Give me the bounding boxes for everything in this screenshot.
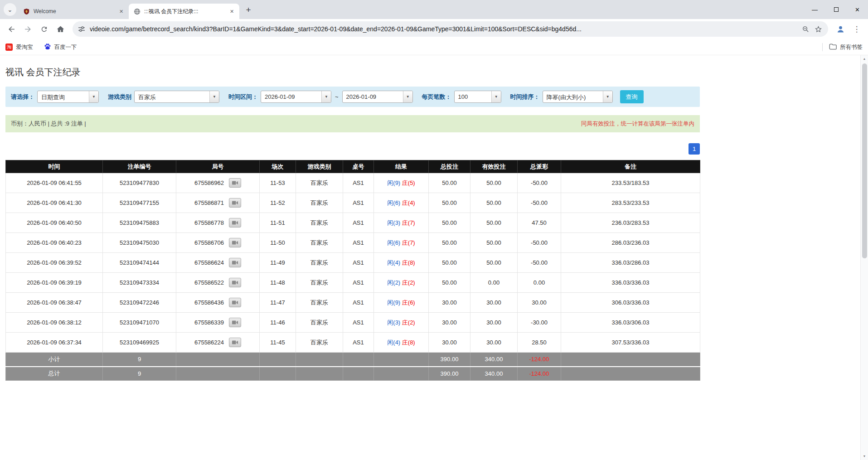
chevron-down-icon[interactable]: ▼ [603,91,612,102]
globe-icon [133,8,141,15]
back-button[interactable] [4,21,19,37]
cell-result: 闲(6) 庄(4) [374,193,429,213]
chevron-down-icon[interactable]: ▼ [209,91,219,102]
url-text: videoie.com/game/betrecord_search/kind3?… [90,25,797,33]
tab-close-icon[interactable]: ✕ [117,8,125,15]
page-1-button[interactable]: 1 [689,143,700,155]
cell-time: 2026-01-09 06:40:23 [6,233,103,253]
minimize-button[interactable]: — [804,0,825,19]
video-replay-button[interactable] [229,178,241,188]
scroll-down-icon[interactable]: ▼ [863,453,866,460]
close-button[interactable]: ✕ [847,0,868,19]
bookmark-baidu[interactable]: 百度一下 [44,43,77,52]
game-type-select[interactable]: 百家乐 ▼ [134,91,219,103]
query-type-select[interactable]: 日期查询 ▼ [37,91,99,103]
col-session: 场次 [260,160,296,173]
search-button[interactable]: 查询 [620,90,644,103]
sort-select[interactable]: 降幂(由大到小) ▼ [543,91,613,103]
cell-total-bet: 30.00 [429,333,470,353]
page-content: 视讯 会员下注纪录 请选择： 日期查询 ▼ 游戏类别 百家乐 ▼ 时间区间： 2… [0,55,868,381]
all-bookmarks-button[interactable]: 所有书签 [829,44,863,51]
bookmark-aitaobao[interactable]: 淘 爱淘宝 [5,44,33,51]
summary-note: 同局有效投注，统一计算在该局第一张注单内 [581,120,694,128]
video-camera-icon [232,200,238,205]
col-game-type: 游戏类别 [296,160,343,173]
per-page-select[interactable]: 100 ▼ [454,91,501,103]
page-scrollbar[interactable]: ▲ ▼ [860,55,868,460]
filter-bar: 请选择： 日期查询 ▼ 游戏类别 百家乐 ▼ 时间区间： 2026-01-09 … [5,87,700,107]
chevron-down-icon[interactable]: ▼ [403,91,412,102]
col-payout: 总派彩 [518,160,561,173]
cell-note: 307.53/336.03 [561,333,700,353]
cell-payout: 28.50 [518,333,561,353]
video-replay-button[interactable] [229,258,241,267]
bet-row: 2026-01-09 06:40:50523109475883675586778… [6,213,700,233]
cell-time: 2026-01-09 06:38:12 [6,313,103,333]
total-payout: -124.00 [518,367,561,381]
chevron-down-icon[interactable]: ▼ [491,91,501,102]
cell-session: 11-46 [260,313,296,333]
scrollbar-thumb[interactable] [862,63,867,258]
bookmark-label: 百度一下 [54,44,77,51]
col-valid-bet: 有效投注 [470,160,518,173]
kebab-menu-icon: ⋮ [853,24,861,34]
pagination: 1 [5,143,700,155]
home-icon [56,25,65,34]
address-bar[interactable]: videoie.com/game/betrecord_search/kind3?… [73,21,828,37]
bet-row: 2026-01-09 06:40:23523109475030675586706… [6,233,700,253]
cell-bet-id: 523109474144 [103,253,176,273]
video-replay-button[interactable] [229,198,241,208]
tab-search-button[interactable]: ⌄ [4,3,16,16]
col-total-bet: 总投注 [429,160,470,173]
welcome-favicon-icon [23,8,30,15]
cell-round: 675586339 [176,313,260,333]
chevron-down-icon[interactable]: ▼ [321,91,331,102]
subtotal-payout: -124.00 [518,353,561,367]
total-label: 总计 [6,367,103,381]
cell-note: 336.03/306.03 [561,313,700,333]
cell-time: 2026-01-09 06:39:19 [6,273,103,293]
bet-row: 2026-01-09 06:41:30523109477155675586871… [6,193,700,213]
cell-payout: -50.00 [518,253,561,273]
profile-button[interactable] [833,21,848,37]
video-replay-button[interactable] [229,218,241,228]
tab-betrecord[interactable]: :::视讯 会员下注纪录::: ✕ [129,4,239,19]
cell-game-type: 百家乐 [296,193,343,213]
maximize-button[interactable] [825,0,847,19]
cell-note: 336.03/336.03 [561,273,700,293]
cell-result: 闲(3) 庄(2) [374,313,429,333]
cell-table: AS1 [343,193,374,213]
tab-strip: ⌄ Welcome ✕ :::视讯 会员下注纪录::: ✕ + — ✕ [0,0,868,19]
cell-table: AS1 [343,313,374,333]
tab-close-icon[interactable]: ✕ [228,8,236,15]
cell-table: AS1 [343,233,374,253]
cell-note: 283.53/233.53 [561,193,700,213]
zoom-icon[interactable] [802,25,810,33]
video-replay-button[interactable] [229,318,241,327]
scroll-up-icon[interactable]: ▲ [863,55,866,63]
menu-button[interactable]: ⋮ [849,21,864,37]
cell-payout: -50.00 [518,173,561,193]
video-replay-button[interactable] [229,338,241,347]
forward-button[interactable] [20,21,35,37]
video-replay-button[interactable] [229,278,241,287]
bookmark-star-icon[interactable] [814,25,823,34]
video-replay-button[interactable] [229,298,241,307]
video-camera-icon [232,260,238,265]
cell-valid-bet: 50.00 [470,253,518,273]
tab-welcome[interactable]: Welcome ✕ [18,4,129,19]
video-camera-icon [232,300,238,305]
cell-table: AS1 [343,173,374,193]
chevron-down-icon: ⌄ [8,6,13,13]
cell-valid-bet: 50.00 [470,233,518,253]
all-bookmarks-label: 所有书签 [840,44,863,51]
bookmarks-bar: 淘 爱淘宝 百度一下 所有书签 [0,39,868,55]
sort-label: 时间排序： [510,93,540,101]
new-tab-button[interactable]: + [242,4,255,16]
date-end-select[interactable]: 2026-01-09 ▼ [342,91,413,103]
home-button[interactable] [53,21,68,37]
refresh-button[interactable] [36,21,52,37]
date-start-select[interactable]: 2026-01-09 ▼ [261,91,331,103]
video-replay-button[interactable] [229,238,241,247]
chevron-down-icon[interactable]: ▼ [89,91,98,102]
